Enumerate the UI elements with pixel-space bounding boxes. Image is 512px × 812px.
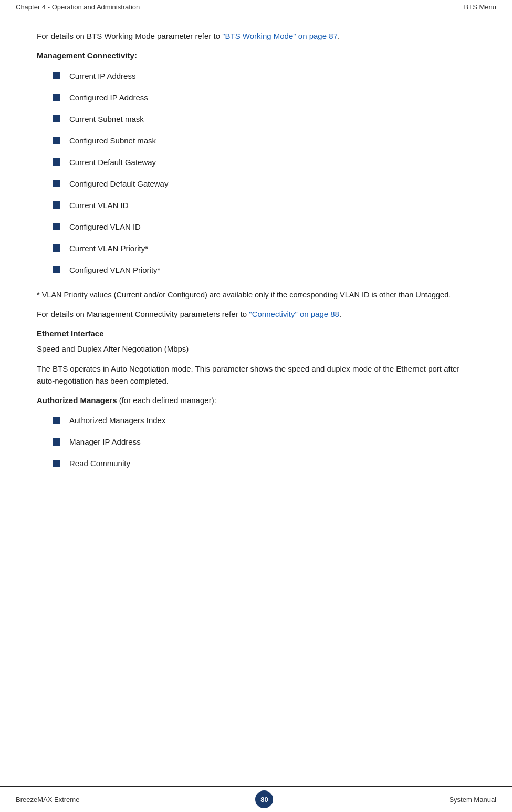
bullet-label: Configured VLAN Priority* <box>69 264 160 275</box>
ethernet-heading: Ethernet Interface <box>37 329 104 338</box>
footer-right: System Manual <box>449 796 496 804</box>
bullet-label: Read Community <box>69 458 130 469</box>
bullet-icon <box>53 223 60 230</box>
connectivity-suffix: . <box>339 310 341 318</box>
header-bar: Chapter 4 - Operation and Administration… <box>0 0 512 14</box>
vlan-note: * VLAN Priority values (Current and/or C… <box>37 289 475 301</box>
bullet-label: Current Subnet mask <box>69 114 144 125</box>
bts-working-mode-link[interactable]: "BTS Working Mode" on page 87 <box>222 32 338 40</box>
list-item: Authorized Managers Index <box>37 409 475 431</box>
ethernet-subheading: Speed and Duplex After Negotiation (Mbps… <box>37 343 475 355</box>
authorized-bullet-list: Authorized Managers Index Manager IP Add… <box>37 409 475 474</box>
ethernet-heading-para: Ethernet Interface <box>37 327 475 340</box>
bullet-label: Current VLAN ID <box>69 200 129 211</box>
bullet-label: Configured Default Gateway <box>69 178 168 189</box>
authorized-suffix: (for each defined manager): <box>117 396 216 405</box>
list-item: Configured Default Gateway <box>37 173 475 194</box>
header-left: Chapter 4 - Operation and Administration <box>16 3 140 11</box>
footer-bar: BreezeMAX Extreme 80 System Manual <box>0 786 512 812</box>
bullet-label: Configured IP Address <box>69 92 148 103</box>
management-heading-para: Management Connectivity: <box>37 49 475 61</box>
bullet-label: Configured Subnet mask <box>69 135 156 146</box>
bullet-icon <box>53 115 60 122</box>
bullet-label: Current Default Gateway <box>69 157 156 168</box>
bullet-label: Authorized Managers Index <box>69 415 165 426</box>
bullet-icon <box>53 72 60 79</box>
authorized-heading: Authorized Managers <box>37 396 117 405</box>
list-item: Current VLAN Priority* <box>37 238 475 259</box>
footer-page-number: 80 <box>255 790 273 808</box>
list-item: Configured Subnet mask <box>37 130 475 151</box>
list-item: Read Community <box>37 453 475 474</box>
intro-text: For details on BTS Working Mode paramete… <box>37 32 222 40</box>
bullet-label: Manager IP Address <box>69 436 141 447</box>
page-container: Chapter 4 - Operation and Administration… <box>0 0 512 812</box>
ethernet-desc: The BTS operates in Auto Negotiation mod… <box>37 363 475 387</box>
bullet-icon <box>53 94 60 101</box>
list-item: Manager IP Address <box>37 431 475 453</box>
management-heading: Management Connectivity: <box>37 51 137 60</box>
bullet-icon <box>53 158 60 166</box>
bullet-icon <box>53 244 60 252</box>
list-item: Current Default Gateway <box>37 151 475 173</box>
bullet-icon <box>53 266 60 273</box>
bullet-icon <box>53 201 60 209</box>
main-content: For details on BTS Working Mode paramete… <box>0 14 512 786</box>
intro-paragraph: For details on BTS Working Mode paramete… <box>37 30 475 42</box>
management-bullet-list: Current IP Address Configured IP Address… <box>37 65 475 281</box>
intro-suffix: . <box>338 32 340 40</box>
connectivity-paragraph: For details on Management Connectivity p… <box>37 308 475 320</box>
bullet-icon <box>53 438 60 446</box>
bullet-icon <box>53 180 60 187</box>
bullet-label: Configured VLAN ID <box>69 221 141 232</box>
bullet-icon <box>53 137 60 144</box>
list-item: Current VLAN ID <box>37 194 475 216</box>
bullet-icon <box>53 417 60 424</box>
bullet-icon <box>53 460 60 467</box>
bullet-label: Current IP Address <box>69 70 135 81</box>
connectivity-text: For details on Management Connectivity p… <box>37 310 249 318</box>
list-item: Configured VLAN Priority* <box>37 259 475 281</box>
authorized-heading-para: Authorized Managers (for each defined ma… <box>37 394 475 406</box>
connectivity-link[interactable]: "Connectivity" on page 88 <box>249 310 339 318</box>
list-item: Configured VLAN ID <box>37 216 475 238</box>
bullet-label: Current VLAN Priority* <box>69 243 148 254</box>
header-right: BTS Menu <box>464 3 496 11</box>
footer-left: BreezeMAX Extreme <box>16 796 79 804</box>
list-item: Configured IP Address <box>37 87 475 108</box>
list-item: Current IP Address <box>37 65 475 87</box>
list-item: Current Subnet mask <box>37 108 475 130</box>
